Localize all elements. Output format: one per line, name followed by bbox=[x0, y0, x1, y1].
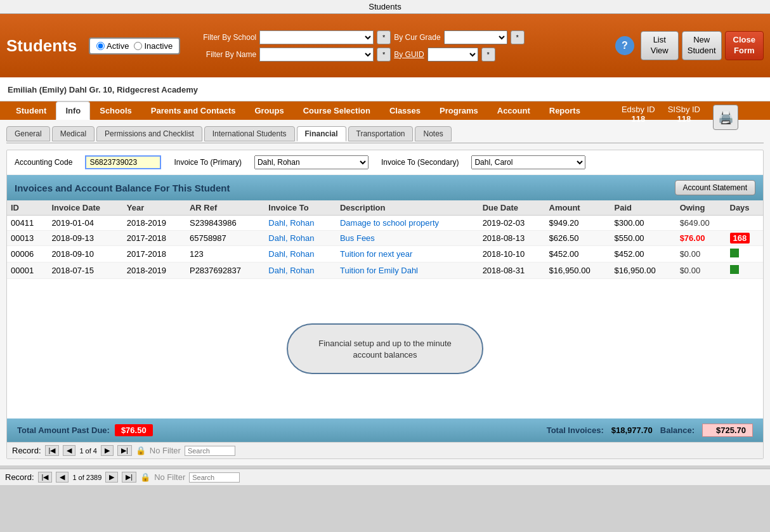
filter-name-select[interactable] bbox=[259, 48, 374, 62]
bottom-no-filter-label: 🔒 bbox=[140, 472, 150, 482]
accounting-code-input[interactable] bbox=[85, 155, 161, 169]
filter-school-select[interactable] bbox=[259, 30, 374, 44]
toolbar: Students Active Inactive Filter By Schoo… bbox=[0, 14, 770, 77]
invoices-title: Invoices and Account Balance For This St… bbox=[15, 183, 230, 193]
tab-reports[interactable]: Reports bbox=[540, 101, 590, 120]
tab-course-selection[interactable]: Course Selection bbox=[294, 101, 380, 120]
tab-programs[interactable]: Programs bbox=[430, 101, 488, 120]
subtab-medical[interactable]: Medical bbox=[52, 126, 95, 141]
nav-last-btn[interactable]: ▶| bbox=[117, 445, 132, 456]
edsby-id-value: 118 bbox=[622, 114, 655, 124]
edsby-section: Edsby ID 118 SISby ID 118 🖨️ bbox=[622, 105, 738, 130]
invoices-footer: Total Amount Past Due: $76.50 Total Invo… bbox=[7, 418, 763, 442]
by-guid-label[interactable]: By GUID bbox=[394, 50, 424, 59]
cell-owing: $0.00 bbox=[676, 263, 726, 279]
balance-label: Balance: bbox=[660, 425, 695, 435]
new-student-button[interactable]: New Student bbox=[682, 31, 722, 60]
cell-description[interactable]: Bus Fees bbox=[336, 231, 479, 246]
status-indicator bbox=[730, 265, 739, 274]
cell-invoice-date: 2018-09-10 bbox=[48, 246, 122, 263]
subtab-transportation[interactable]: Transportation bbox=[348, 126, 414, 141]
subtab-international[interactable]: International Students bbox=[204, 126, 295, 141]
table-row[interactable]: 00001 2018-07-15 2018-2019 P2837692837 D… bbox=[7, 263, 763, 279]
nav-first-btn[interactable]: |◀ bbox=[45, 445, 60, 456]
close-form-button[interactable]: Close Form bbox=[725, 31, 764, 60]
app-title: Students bbox=[6, 36, 82, 56]
bottom-nav-prev-btn[interactable]: ◀ bbox=[56, 472, 69, 483]
subtab-general[interactable]: General bbox=[6, 126, 50, 141]
table-row[interactable]: 00006 2018-09-10 2017-2018 123 Dahl, Roh… bbox=[7, 246, 763, 263]
print-icon: 🖨️ bbox=[718, 110, 734, 125]
invoices-header: Invoices and Account Balance For This St… bbox=[7, 175, 763, 200]
cell-invoice-to: Dahl, Rohan bbox=[264, 246, 336, 263]
cell-description[interactable]: Tuition for Emily Dahl bbox=[336, 263, 479, 279]
bottom-nav-next-btn[interactable]: ▶ bbox=[105, 472, 118, 483]
grade-select[interactable] bbox=[444, 30, 507, 44]
subtab-notes[interactable]: Notes bbox=[415, 126, 451, 141]
bottom-nav-first-btn[interactable]: |◀ bbox=[38, 472, 53, 483]
col-invoice-date: Invoice Date bbox=[48, 200, 122, 216]
radio-inactive[interactable] bbox=[134, 42, 142, 50]
invoices-table-header: ID Invoice Date Year AR Ref Invoice To D… bbox=[7, 200, 763, 216]
tab-account[interactable]: Account bbox=[488, 101, 540, 120]
help-button[interactable]: ? bbox=[615, 36, 634, 55]
filter-school-label: Filter By School bbox=[186, 33, 256, 42]
cell-id: 00013 bbox=[7, 231, 48, 246]
bottom-search-input[interactable] bbox=[189, 472, 240, 483]
cell-amount: $626.50 bbox=[545, 231, 611, 246]
invoices-table-body: 00411 2019-01-04 2018-2019 S239843986 Da… bbox=[7, 216, 763, 279]
radio-inactive-label[interactable]: Inactive bbox=[134, 41, 173, 51]
account-statement-button[interactable]: Account Statement bbox=[675, 180, 755, 195]
tab-groups[interactable]: Groups bbox=[245, 101, 293, 120]
col-description: Description bbox=[336, 200, 479, 216]
tab-info[interactable]: Info bbox=[56, 101, 90, 120]
guid-select[interactable] bbox=[427, 48, 478, 62]
cell-invoice-date: 2018-07-15 bbox=[48, 263, 122, 279]
nav-page-info: 1 of 4 bbox=[79, 447, 97, 455]
cell-ar-ref: P2837692837 bbox=[186, 263, 264, 279]
cell-description[interactable]: Tuition for next year bbox=[336, 246, 479, 263]
col-id: ID bbox=[7, 200, 48, 216]
subtab-permissions[interactable]: Permissions and Checklist bbox=[96, 126, 202, 141]
filter-name-btn[interactable]: * bbox=[377, 48, 391, 62]
list-view-button[interactable]: List View bbox=[641, 31, 679, 60]
filter-name-label: Filter By Name bbox=[186, 50, 256, 59]
tab-classes[interactable]: Classes bbox=[380, 101, 430, 120]
col-paid: Paid bbox=[611, 200, 676, 216]
col-invoice-to: Invoice To bbox=[264, 200, 336, 216]
cell-paid: $550.00 bbox=[611, 231, 676, 246]
print-button[interactable]: 🖨️ bbox=[713, 105, 738, 130]
cell-amount: $452.00 bbox=[545, 246, 611, 263]
status-radio-group: Active Inactive bbox=[89, 37, 180, 55]
bottom-nav-last-btn[interactable]: ▶| bbox=[122, 472, 136, 483]
invoice-to-secondary-select[interactable]: Dahl, Carol bbox=[471, 155, 585, 169]
nav-prev-btn[interactable]: ◀ bbox=[63, 445, 75, 456]
panel-search-input[interactable] bbox=[185, 446, 235, 456]
financial-tooltip: Financial setup and up to the minute acc… bbox=[287, 323, 483, 374]
tab-student[interactable]: Student bbox=[6, 101, 56, 120]
cell-amount: $949.20 bbox=[545, 216, 611, 231]
grade-filter-btn[interactable]: * bbox=[511, 30, 525, 44]
bottom-nav-bar: Record: |◀ ◀ 1 of 2389 ▶ ▶| 🔒 No Filter bbox=[0, 469, 770, 485]
radio-active[interactable] bbox=[96, 42, 105, 50]
subtab-financial[interactable]: Financial bbox=[297, 126, 346, 141]
content-area: General Medical Permissions and Checklis… bbox=[0, 120, 770, 465]
col-amount: Amount bbox=[545, 200, 611, 216]
tab-parents-contacts[interactable]: Parents and Contacts bbox=[141, 101, 245, 120]
toolbar-buttons: List View New Student Close Form bbox=[641, 31, 764, 60]
total-invoices-label: Total Invoices: bbox=[547, 425, 604, 435]
filter-school-btn[interactable]: * bbox=[377, 30, 391, 44]
footer-left: Total Amount Past Due: $76.50 bbox=[17, 424, 153, 436]
table-row[interactable]: 00013 2018-09-13 2017-2018 65758987 Dahl… bbox=[7, 231, 763, 246]
by-grade-label: By Cur Grade bbox=[394, 33, 440, 42]
guid-filter-btn[interactable]: * bbox=[481, 48, 495, 62]
cell-description[interactable]: Damage to school property bbox=[336, 216, 479, 231]
col-ar-ref: AR Ref bbox=[186, 200, 264, 216]
table-row[interactable]: 00411 2019-01-04 2018-2019 S239843986 Da… bbox=[7, 216, 763, 231]
tab-schools[interactable]: Schools bbox=[90, 101, 141, 120]
cell-owing: $76.00 bbox=[676, 231, 726, 246]
cell-paid: $452.00 bbox=[611, 246, 676, 263]
radio-active-label[interactable]: Active bbox=[96, 41, 129, 51]
invoice-to-primary-select[interactable]: Dahl, Rohan bbox=[254, 155, 369, 169]
nav-next-btn[interactable]: ▶ bbox=[101, 445, 114, 456]
